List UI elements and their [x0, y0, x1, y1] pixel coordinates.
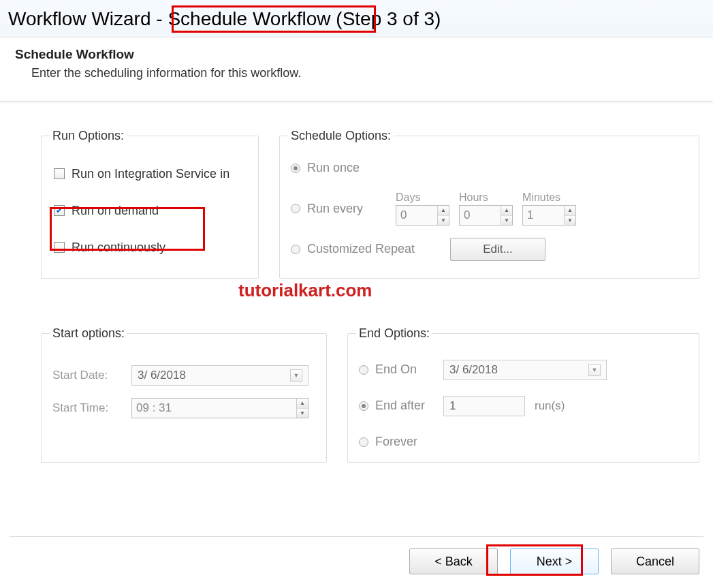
wizard-window: Workflow Wizard - Schedule Workflow (Ste…	[0, 0, 713, 588]
checkbox-label: Run on Integration Service in	[72, 167, 229, 181]
radio-label: Run every	[307, 202, 363, 216]
radio-run-once[interactable]: Run once	[291, 161, 360, 175]
watermark-text: tutorialkart.com	[238, 280, 373, 301]
schedule-options-legend: Schedule Options:	[288, 129, 394, 143]
start-date-value: 3/ 6/2018	[138, 369, 186, 382]
start-time-input[interactable]	[132, 399, 296, 418]
end-options-group: End Options: End On 3/ 6/2018 ▼	[347, 326, 699, 463]
end-options-legend: End Options:	[356, 326, 432, 341]
spin-up-icon[interactable]: ▲	[297, 399, 308, 409]
end-on-date-picker[interactable]: 3/ 6/2018 ▼	[443, 360, 607, 380]
checkbox-icon	[54, 242, 65, 253]
radio-icon	[291, 164, 300, 173]
spin-buttons[interactable]: ▲▼	[296, 399, 308, 418]
start-date-picker[interactable]: 3/ 6/2018 ▼	[131, 365, 308, 386]
wizard-footer: < Back Next > Cancel	[409, 548, 699, 574]
wizard-body: Run Options: Run on Integration Service …	[0, 102, 713, 476]
hours-input[interactable]	[460, 206, 501, 225]
spin-down-icon[interactable]: ▼	[297, 409, 308, 418]
start-date-label: Start Date:	[52, 369, 121, 382]
run-options-group: Run Options: Run on Integration Service …	[41, 129, 259, 279]
spin-down-icon[interactable]: ▼	[565, 216, 575, 226]
checkbox-run-continuously[interactable]: Run continuously	[52, 236, 247, 259]
radio-customized-repeat[interactable]: Customized Repeat	[291, 242, 441, 256]
radio-icon	[291, 204, 300, 213]
spin-buttons[interactable]: ▲▼	[501, 206, 512, 225]
header-title: Schedule Workflow	[15, 47, 698, 62]
checkbox-run-on-demand[interactable]: ✔ Run on demand	[52, 200, 247, 222]
end-after-unit: run(s)	[535, 399, 565, 413]
schedule-options-group: Schedule Options: Run once Run every	[279, 129, 699, 279]
end-after-value: 1	[449, 399, 456, 413]
run-options-legend: Run Options:	[50, 129, 127, 143]
spin-buttons[interactable]: ▲▼	[564, 206, 575, 225]
start-options-group: Start options: Start Date: 3/ 6/2018 ▼ S…	[41, 326, 327, 463]
start-time-label: Start Time:	[52, 401, 121, 415]
cancel-button[interactable]: Cancel	[611, 548, 699, 574]
checkbox-run-integration[interactable]: Run on Integration Service in	[52, 163, 247, 185]
wizard-header: Schedule Workflow Enter the scheduling i…	[0, 37, 713, 102]
checkbox-label: Run on demand	[72, 204, 159, 218]
spin-down-icon[interactable]: ▼	[438, 216, 449, 226]
hours-spin-group: Hours ▲▼	[459, 191, 513, 226]
dropdown-arrow-icon[interactable]: ▼	[290, 369, 302, 382]
hours-label: Hours	[459, 191, 488, 204]
start-time-spinbox[interactable]: ▲▼	[131, 398, 308, 418]
radio-icon	[291, 245, 300, 254]
minutes-spin-group: Minutes ▲▼	[522, 191, 576, 226]
days-input[interactable]	[396, 206, 437, 225]
spin-up-icon[interactable]: ▲	[501, 206, 512, 216]
end-after-input[interactable]: 1	[443, 396, 525, 416]
minutes-input[interactable]	[523, 206, 564, 225]
radio-icon	[359, 437, 368, 447]
radio-icon	[359, 401, 368, 411]
days-label: Days	[396, 191, 420, 204]
radio-run-every[interactable]: Run every	[291, 202, 386, 216]
minutes-spinbox[interactable]: ▲▼	[522, 205, 576, 226]
end-on-date-value: 3/ 6/2018	[449, 363, 498, 377]
minutes-label: Minutes	[522, 191, 560, 204]
radio-forever[interactable]: Forever	[359, 435, 434, 449]
hours-spinbox[interactable]: ▲▼	[459, 205, 513, 226]
window-title: Workflow Wizard - Schedule Workflow (Ste…	[0, 0, 713, 37]
spin-up-icon[interactable]: ▲	[438, 206, 449, 216]
spin-buttons[interactable]: ▲▼	[437, 206, 449, 225]
spin-up-icon[interactable]: ▲	[565, 206, 575, 216]
checkbox-icon: ✔	[54, 205, 65, 216]
radio-end-after[interactable]: End after	[359, 399, 434, 413]
footer-divider	[10, 536, 703, 537]
radio-icon	[359, 365, 368, 375]
radio-label: End On	[375, 362, 417, 377]
dropdown-arrow-icon[interactable]: ▼	[588, 364, 601, 376]
spin-down-icon[interactable]: ▼	[501, 216, 512, 226]
radio-label: Customized Repeat	[307, 242, 415, 256]
back-button[interactable]: < Back	[409, 548, 498, 574]
days-spin-group: Days ▲▼	[396, 191, 449, 226]
start-options-legend: Start options:	[50, 326, 127, 341]
radio-end-on[interactable]: End On	[359, 362, 434, 377]
header-subtitle: Enter the scheduling information for thi…	[15, 66, 698, 80]
radio-label: Run once	[307, 161, 360, 175]
days-spinbox[interactable]: ▲▼	[396, 205, 449, 226]
radio-label: End after	[375, 399, 425, 413]
checkbox-label: Run continuously	[72, 241, 165, 255]
radio-label: Forever	[375, 435, 417, 449]
edit-button[interactable]: Edit...	[450, 238, 545, 261]
next-button[interactable]: Next >	[510, 548, 599, 574]
checkbox-icon	[54, 168, 65, 179]
